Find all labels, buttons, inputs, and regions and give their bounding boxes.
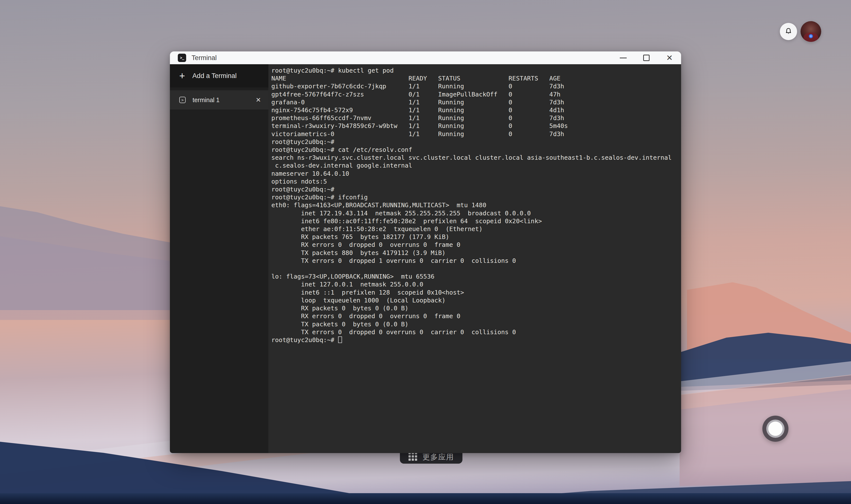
- assistive-ball-button[interactable]: [762, 416, 788, 442]
- terminal-tab-label: terminal 1: [193, 96, 220, 104]
- terminal-window: >_ Terminal ✕ + Add a Terminal > termina…: [170, 51, 681, 453]
- terminal-output: root@tuyc2u0bq:~# kubectl get pod NAME R…: [271, 67, 681, 336]
- terminal-tab-icon: >: [179, 97, 186, 103]
- more-apps-label: 更多应用: [423, 453, 454, 461]
- window-controls: ✕: [611, 51, 681, 64]
- close-tab-icon[interactable]: ✕: [255, 96, 261, 104]
- apps-grid-icon: [408, 452, 417, 461]
- user-avatar[interactable]: [800, 21, 821, 42]
- terminal-prompt-line: root@tuyc2u0bq:~#: [271, 336, 681, 344]
- window-titlebar[interactable]: >_ Terminal ✕: [170, 51, 681, 64]
- wallpaper-bottom-strip: [0, 493, 851, 504]
- maximize-button[interactable]: [635, 51, 658, 64]
- window-title: Terminal: [192, 54, 217, 62]
- assistive-ball-core: [768, 421, 782, 436]
- maximize-icon: [643, 55, 650, 61]
- avatar-glow: [809, 34, 813, 38]
- notification-bell-button[interactable]: [780, 23, 797, 40]
- bell-icon: [784, 27, 793, 36]
- sidebar-item-terminal-1[interactable]: > terminal 1 ✕: [170, 90, 268, 109]
- terminal-prompt: root@tuyc2u0bq:~#: [271, 337, 334, 344]
- plus-icon: +: [179, 71, 185, 81]
- add-terminal-label: Add a Terminal: [192, 72, 237, 80]
- minimize-button[interactable]: [611, 51, 635, 64]
- terminal-sidebar: + Add a Terminal > terminal 1 ✕: [170, 64, 268, 453]
- add-terminal-button[interactable]: + Add a Terminal: [170, 64, 268, 87]
- terminal-app-icon: >_: [178, 54, 186, 62]
- window-body: + Add a Terminal > terminal 1 ✕ root@tuy…: [170, 64, 681, 453]
- close-button[interactable]: ✕: [658, 51, 681, 64]
- terminal-cursor: [338, 337, 342, 343]
- close-icon: ✕: [666, 54, 673, 62]
- terminal-output-pane[interactable]: root@tuyc2u0bq:~# kubectl get pod NAME R…: [268, 64, 681, 453]
- assistive-ball-ring: [766, 419, 784, 438]
- minimize-icon: [620, 58, 627, 58]
